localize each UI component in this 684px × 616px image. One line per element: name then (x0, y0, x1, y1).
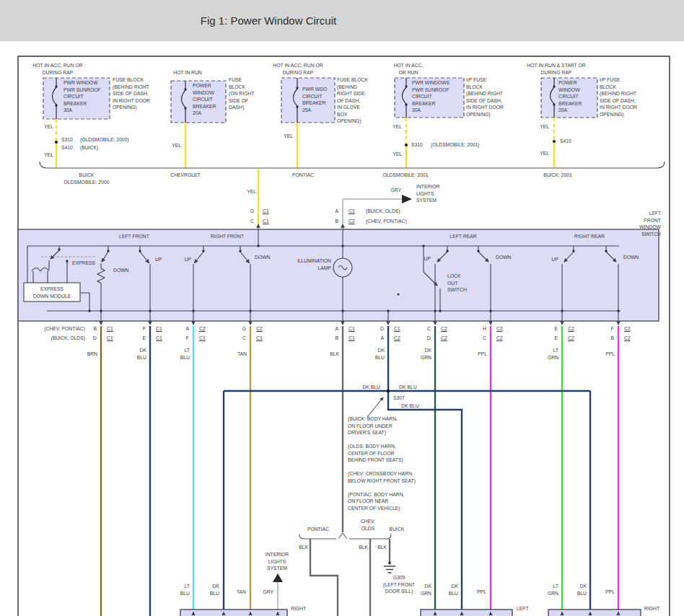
rr-down-label: DOWN (623, 254, 639, 261)
pin-letter: E (554, 335, 558, 342)
feed-1-splice-note-2: (BUICK) (80, 144, 98, 151)
trunk-wire-label: YEL (247, 188, 256, 195)
feed-5-wire-label-1: YEL (540, 123, 549, 131)
s307-label-right: DK BLU (399, 384, 417, 391)
section-right-front: RIGHT FRONT (211, 233, 244, 240)
feed-4-splice: S310 (411, 141, 423, 149)
bottom-box-3-label: RIGHT (644, 605, 659, 612)
splice-dots (55, 140, 556, 146)
wire-color-label: DK BLU (449, 583, 458, 597)
pin-letter: C (483, 335, 486, 342)
gry-conn-1: C1 (348, 208, 355, 215)
wire-color-label: TAN (237, 351, 247, 358)
wire-color-label: DK BLU (375, 347, 385, 361)
branch-buick: BUICK (390, 526, 405, 533)
rf-up-label: UP (185, 256, 191, 263)
pin-conn: C1 (107, 325, 113, 333)
bottom-box-2-label: LEFT (517, 605, 529, 612)
pin-conn: C2 (496, 325, 503, 333)
feed-4-header: HOT IN ACC, OR RUN (394, 62, 424, 76)
wire-color-label: DK BLU (210, 583, 219, 597)
ground-g309-label: G309 (LEFT FRONT DOOR SILL) (383, 574, 415, 595)
pin-conn: C2 (199, 325, 206, 333)
express-label: EXPRESS (72, 260, 95, 267)
rr-up-label: UP (552, 256, 558, 263)
feed-2-location: FUSE BLOCK (ON RIGHT SIDE OF DASH) (229, 76, 255, 111)
blk-label-1: BLK (299, 544, 308, 551)
gry-note-2: (CHEV, PONTIAC) (366, 218, 407, 225)
pin-conn: C2 (568, 325, 574, 333)
feed-3-location: FUSE BLOCK (BEHIND RIGHT SIDE OF DASH, I… (337, 76, 368, 125)
lf-down-label: DOWN (113, 267, 129, 274)
feed-2-brand: CHEVROLET (170, 172, 201, 179)
switch-title: LEFT FRONT WINDOW SWITCH (638, 210, 661, 237)
wire-color-label: LT BLU (180, 583, 190, 597)
pin-conn: C1 (348, 325, 355, 333)
wire-color-label: LT BLU (180, 347, 190, 361)
wire-color-label: BRN (87, 351, 97, 358)
s307-label-left: DK BLU (362, 384, 380, 391)
trunk-pin-1: G (250, 208, 254, 215)
pin-letter: A (380, 335, 384, 342)
pin-conn: C1 (256, 335, 263, 342)
yellow-feed-wires (56, 118, 554, 224)
wire-color-label: DK GRN (421, 583, 431, 597)
gry-note-1: (BUICK, OLDS) (366, 208, 400, 215)
s307-name: S307 (393, 395, 405, 402)
trunk-conn-1: C1 (263, 208, 269, 215)
feed-5-splice: S410 (560, 138, 571, 145)
blk-label-3: BLK (377, 544, 387, 551)
gry-conn-2: C2 (348, 218, 355, 225)
gry-pin-1: A (335, 208, 338, 215)
wire-color-label: DK BLU (577, 583, 587, 597)
wire-color-label: BLK (330, 351, 339, 358)
pin-letter: E (554, 325, 558, 333)
feed-4-brand: OLDSMOBILE: 2001 (382, 172, 428, 179)
s307-note-arrow (367, 397, 383, 417)
ground-split-bracket (299, 533, 391, 539)
wire-color-label: DK GRN (421, 347, 431, 361)
feed-1-splice: S310 (61, 136, 73, 144)
pin-conn: C1 (394, 325, 400, 333)
wiring-diagram-page: Fig 1: Power Window Circuit (0, 0, 684, 616)
wire-color-label: PPL (478, 351, 487, 358)
lf-up-label: UP (155, 256, 162, 263)
pin-letter: F (611, 325, 614, 333)
s307-label-down: DK BLU (401, 402, 419, 410)
feed-3-brand: PONTIAC (292, 172, 314, 179)
feed-1-wire-label-1: YEL (44, 123, 53, 131)
feed-1-splice-note: (OLDSMOBILE: 2000) (80, 136, 129, 144)
pin-letter: A (185, 325, 189, 333)
wire-color-label: PPL (477, 589, 486, 596)
interior-lights-up-arrow (273, 573, 283, 582)
wire-color-label: PPL (605, 589, 615, 596)
pin-letter: B (93, 325, 97, 333)
feed-4-splice-note: (OLDSMOBILE: 2001) (431, 141, 480, 149)
feed-2-breaker-label: POWER WINDOW CIRCUIT BREAKER 20A (193, 82, 216, 117)
lr-up-label: UP (424, 255, 431, 263)
feed-5-wire-label-2: YEL (540, 150, 549, 157)
wire-color-label: DK BLU (137, 347, 146, 361)
pin-conn: C1 (348, 335, 355, 342)
feed-2-header: HOT IN RUN (173, 69, 202, 76)
lockout-switch-label: LOCK OUT SWITCH (447, 273, 467, 294)
wire-color-label: LT GRN (548, 583, 558, 597)
pin-conn: C2 (624, 335, 631, 342)
feed-1-brand: BUICK OLDSMOBILE: 2000 (63, 172, 109, 185)
pin-row-caption-2: (BUICK, OLDS) (51, 335, 85, 342)
feed-3-breaker-label: PWR WDO CIRCUIT BREAKER 25A (302, 86, 327, 113)
pin-conn: C2 (394, 335, 400, 342)
pin-row-caption-1: (CHEV, PONTIAC) (44, 325, 85, 333)
feed-5-header: HOT IN RUN & START OR DURING RAP (527, 62, 585, 76)
illumination-lamp-label: ILLUMINATION LAMP (297, 258, 331, 271)
bottom-box-1-label: RIGHT (291, 605, 306, 612)
gry-wire-label: GRY (390, 187, 401, 194)
brand-bracket (40, 162, 665, 168)
pin-letter: D (93, 335, 97, 342)
feed-1-location: FUSE BLOCK (BEHIND RIGHT SIDE OF DASH, I… (113, 76, 150, 111)
pin-conn: C2 (441, 335, 447, 342)
section-left-rear: LEFT REAR (450, 233, 476, 240)
feed-4-location: I/P FUSE BLOCK (BEHIND RIGHT SIDE OF DAS… (466, 76, 504, 118)
feed-1-header: HOT IN ACC, RUN OR DURING RAP (32, 62, 82, 76)
pin-letter: D (427, 335, 431, 342)
